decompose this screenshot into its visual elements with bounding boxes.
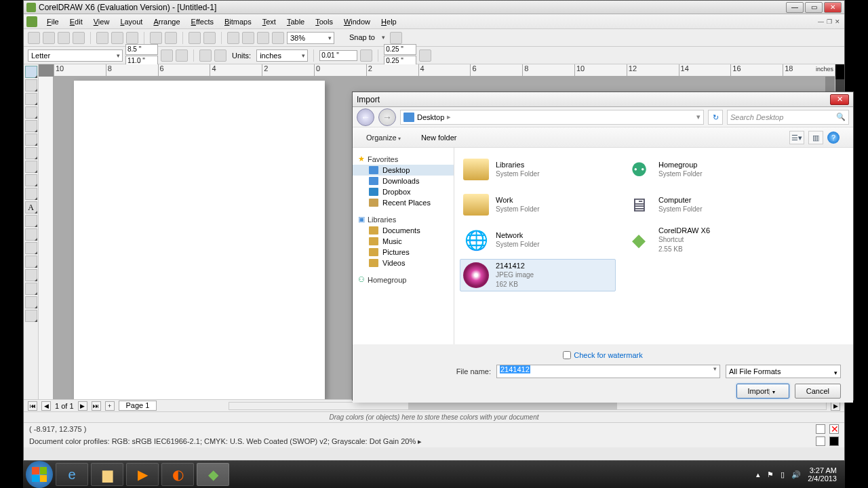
maximize-button[interactable]: ▭ [805, 2, 823, 13]
tray-volume-icon[interactable]: 🔊 [791, 470, 801, 479]
shape-tool-icon[interactable] [25, 79, 37, 92]
launch-icon[interactable] [242, 32, 254, 44]
taskbar-firefox-icon[interactable]: ◐ [161, 463, 194, 486]
new-icon[interactable] [28, 32, 40, 44]
redo-icon[interactable] [165, 32, 177, 44]
file-item[interactable]: 🌐NetworkSystem Folder [460, 224, 616, 256]
file-item[interactable]: 🖥ComputerSystem Folder [623, 188, 778, 221]
menu-arrange[interactable]: Arrange [148, 16, 185, 27]
file-item[interactable]: WorkSystem Folder [460, 188, 616, 221]
preview-pane-button[interactable]: ▥ [808, 131, 823, 144]
add-page-button[interactable]: + [105, 401, 115, 411]
smart-fill-tool-icon[interactable] [25, 134, 37, 146]
menu-view[interactable]: View [88, 16, 115, 27]
cut-icon[interactable] [96, 32, 108, 44]
taskbar-coreldraw-icon[interactable]: ◆ [197, 463, 229, 486]
watermark-label[interactable]: Check for watermark [574, 351, 642, 359]
organize-button[interactable]: Organize [366, 134, 401, 142]
menu-file[interactable]: File [41, 16, 64, 27]
filename-input[interactable]: 2141412▾ [496, 365, 720, 378]
paste-icon[interactable] [126, 32, 138, 44]
taskbar-ie-icon[interactable]: e [56, 463, 88, 486]
pick-tool-icon[interactable] [25, 66, 37, 78]
no-fill-swatch[interactable]: ✕ [829, 424, 839, 434]
color-swatch[interactable] [835, 64, 844, 79]
nav-dropbox[interactable]: Dropbox [353, 186, 454, 197]
menu-window[interactable]: Window [338, 16, 376, 27]
nav-desktop[interactable]: Desktop [353, 165, 454, 176]
last-page-button[interactable]: ⏭ [92, 401, 101, 411]
copy-icon[interactable] [111, 32, 123, 44]
menu-edit[interactable]: Edit [64, 16, 88, 27]
snap-combo[interactable]: Snap to [347, 32, 387, 44]
file-format-combo[interactable]: All File Formats [726, 365, 841, 378]
file-item[interactable]: ◆CorelDRAW X6Shortcut2.55 KB [623, 224, 778, 256]
fill-swatch[interactable] [816, 424, 825, 434]
menu-bitmaps[interactable]: Bitmaps [219, 16, 257, 27]
help-icon[interactable]: ? [827, 131, 840, 144]
doc-restore-button[interactable]: ❐ [827, 18, 832, 25]
nav-videos[interactable]: Videos [353, 258, 454, 268]
crop-tool-icon[interactable] [25, 93, 37, 105]
portrait-icon[interactable] [161, 49, 173, 62]
breadcrumb[interactable]: Desktop ▸ ▾ [400, 110, 704, 125]
menu-help[interactable]: Help [376, 16, 402, 27]
open-icon[interactable] [43, 32, 55, 44]
nav-recent-places[interactable]: Recent Places [353, 197, 454, 208]
forward-button[interactable]: → [378, 108, 396, 126]
freehand-tool-icon[interactable] [25, 120, 37, 132]
start-button[interactable] [26, 461, 53, 488]
table-tool-icon[interactable] [25, 215, 37, 227]
import-icon[interactable] [189, 32, 201, 44]
welcome-icon[interactable] [257, 32, 269, 44]
duplicate-options-icon[interactable] [419, 49, 431, 62]
zoom-tool-icon[interactable] [25, 106, 37, 119]
watermark-checkbox[interactable] [563, 351, 571, 359]
nav-documents[interactable]: Documents [353, 225, 454, 236]
nav-music[interactable]: Music [353, 236, 454, 247]
horizontal-scrollbar[interactable] [229, 402, 827, 410]
dimension-tool-icon[interactable] [25, 228, 37, 241]
nudge-input[interactable]: 0.01 " [319, 50, 357, 61]
nav-pictures[interactable]: Pictures [353, 247, 454, 258]
new-folder-button[interactable]: New folder [421, 134, 457, 142]
undo-icon[interactable] [150, 32, 162, 44]
interactive-fill-tool-icon[interactable] [25, 310, 37, 322]
menu-effects[interactable]: Effects [186, 16, 219, 27]
nudge-options-icon[interactable] [360, 49, 372, 62]
ellipse-tool-icon[interactable] [25, 161, 37, 173]
landscape-icon[interactable] [176, 49, 188, 62]
basic-shapes-tool-icon[interactable] [25, 188, 37, 200]
cancel-button[interactable]: Cancel [795, 384, 841, 399]
doc-close-button[interactable]: ✕ [835, 18, 840, 25]
close-button[interactable]: ✕ [824, 2, 842, 13]
eyedropper-tool-icon[interactable] [25, 269, 37, 281]
file-item[interactable]: LibrariesSystem Folder [460, 153, 616, 186]
rectangle-tool-icon[interactable] [25, 147, 37, 159]
units-combo[interactable]: inches [256, 49, 308, 62]
taskbar-explorer-icon[interactable]: ▆ [91, 463, 123, 486]
print-icon[interactable] [73, 32, 85, 44]
page-tab[interactable]: Page 1 [119, 401, 157, 411]
tray-flag-icon[interactable]: ⚑ [767, 470, 774, 479]
polygon-tool-icon[interactable] [25, 174, 37, 186]
text-tool-icon[interactable]: A [25, 201, 37, 214]
back-button[interactable]: ← [357, 108, 374, 126]
outline-tool-icon[interactable] [25, 283, 37, 295]
minimize-button[interactable]: — [786, 2, 804, 13]
prev-page-button[interactable]: ◀ [41, 401, 51, 411]
outline-swatch[interactable] [816, 436, 825, 446]
export-icon[interactable] [203, 32, 216, 44]
all-pages-icon[interactable] [199, 49, 212, 62]
page-size-combo[interactable]: Letter [28, 49, 123, 62]
menu-text[interactable]: Text [257, 16, 281, 27]
save-icon[interactable] [58, 32, 70, 44]
publish-icon[interactable] [227, 32, 239, 44]
page-width-input[interactable]: 8.5 " [125, 44, 158, 55]
nav-downloads[interactable]: Downloads [353, 176, 454, 186]
snap-options-icon[interactable] [390, 32, 402, 44]
taskbar-media-icon[interactable]: ▶ [126, 463, 159, 486]
fill-color-swatch[interactable] [829, 436, 839, 446]
dialog-close-button[interactable]: ✕ [830, 94, 849, 105]
tray-network-icon[interactable]: ▯ [781, 470, 785, 479]
